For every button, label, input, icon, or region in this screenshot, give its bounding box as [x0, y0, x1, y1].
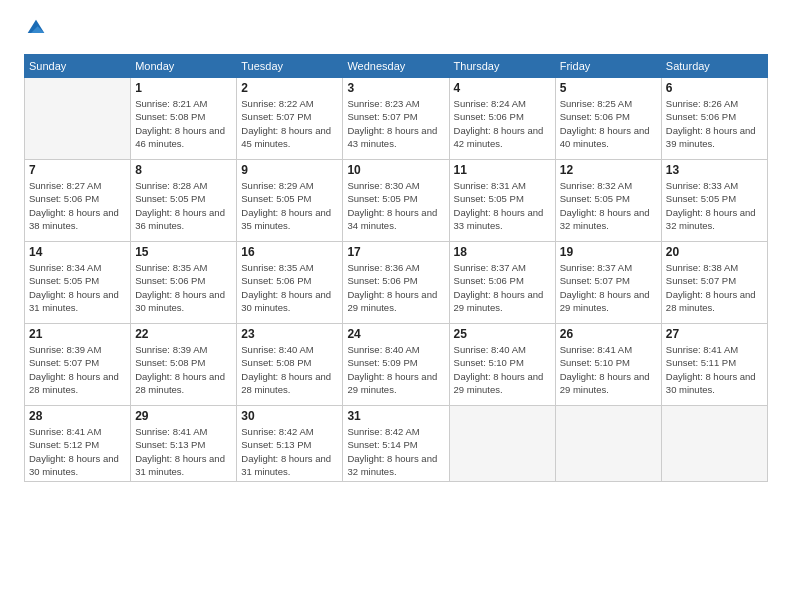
weekday-header-sunday: Sunday: [25, 55, 131, 78]
day-number: 21: [29, 327, 126, 341]
day-number: 22: [135, 327, 232, 341]
day-info: Sunrise: 8:39 AMSunset: 5:08 PMDaylight:…: [135, 343, 232, 396]
calendar-week-row: 28Sunrise: 8:41 AMSunset: 5:12 PMDayligh…: [25, 406, 768, 482]
day-number: 18: [454, 245, 551, 259]
day-info: Sunrise: 8:29 AMSunset: 5:05 PMDaylight:…: [241, 179, 338, 232]
day-number: 31: [347, 409, 444, 423]
day-number: 14: [29, 245, 126, 259]
day-number: 25: [454, 327, 551, 341]
day-number: 3: [347, 81, 444, 95]
day-info: Sunrise: 8:41 AMSunset: 5:11 PMDaylight:…: [666, 343, 763, 396]
day-info: Sunrise: 8:37 AMSunset: 5:06 PMDaylight:…: [454, 261, 551, 314]
day-info: Sunrise: 8:40 AMSunset: 5:09 PMDaylight:…: [347, 343, 444, 396]
day-info: Sunrise: 8:42 AMSunset: 5:14 PMDaylight:…: [347, 425, 444, 478]
day-info: Sunrise: 8:30 AMSunset: 5:05 PMDaylight:…: [347, 179, 444, 232]
day-info: Sunrise: 8:26 AMSunset: 5:06 PMDaylight:…: [666, 97, 763, 150]
calendar-cell: 26Sunrise: 8:41 AMSunset: 5:10 PMDayligh…: [555, 324, 661, 406]
calendar-cell: 6Sunrise: 8:26 AMSunset: 5:06 PMDaylight…: [661, 78, 767, 160]
calendar-week-row: 21Sunrise: 8:39 AMSunset: 5:07 PMDayligh…: [25, 324, 768, 406]
calendar-cell: 8Sunrise: 8:28 AMSunset: 5:05 PMDaylight…: [131, 160, 237, 242]
day-info: Sunrise: 8:27 AMSunset: 5:06 PMDaylight:…: [29, 179, 126, 232]
day-info: Sunrise: 8:28 AMSunset: 5:05 PMDaylight:…: [135, 179, 232, 232]
weekday-header-row: SundayMondayTuesdayWednesdayThursdayFrid…: [25, 55, 768, 78]
calendar-cell: 14Sunrise: 8:34 AMSunset: 5:05 PMDayligh…: [25, 242, 131, 324]
day-number: 24: [347, 327, 444, 341]
day-number: 13: [666, 163, 763, 177]
day-number: 6: [666, 81, 763, 95]
day-info: Sunrise: 8:25 AMSunset: 5:06 PMDaylight:…: [560, 97, 657, 150]
weekday-header-monday: Monday: [131, 55, 237, 78]
day-number: 17: [347, 245, 444, 259]
calendar-cell: 24Sunrise: 8:40 AMSunset: 5:09 PMDayligh…: [343, 324, 449, 406]
day-number: 28: [29, 409, 126, 423]
logo-icon: [26, 18, 46, 38]
calendar-cell: 9Sunrise: 8:29 AMSunset: 5:05 PMDaylight…: [237, 160, 343, 242]
calendar-cell: 15Sunrise: 8:35 AMSunset: 5:06 PMDayligh…: [131, 242, 237, 324]
calendar-cell: [449, 406, 555, 482]
weekday-header-friday: Friday: [555, 55, 661, 78]
calendar-week-row: 7Sunrise: 8:27 AMSunset: 5:06 PMDaylight…: [25, 160, 768, 242]
day-number: 10: [347, 163, 444, 177]
calendar-week-row: 1Sunrise: 8:21 AMSunset: 5:08 PMDaylight…: [25, 78, 768, 160]
calendar-cell: 28Sunrise: 8:41 AMSunset: 5:12 PMDayligh…: [25, 406, 131, 482]
day-info: Sunrise: 8:21 AMSunset: 5:08 PMDaylight:…: [135, 97, 232, 150]
day-number: 12: [560, 163, 657, 177]
day-number: 5: [560, 81, 657, 95]
day-number: 30: [241, 409, 338, 423]
day-number: 19: [560, 245, 657, 259]
calendar-cell: 10Sunrise: 8:30 AMSunset: 5:05 PMDayligh…: [343, 160, 449, 242]
calendar-week-row: 14Sunrise: 8:34 AMSunset: 5:05 PMDayligh…: [25, 242, 768, 324]
calendar-cell: 13Sunrise: 8:33 AMSunset: 5:05 PMDayligh…: [661, 160, 767, 242]
day-info: Sunrise: 8:41 AMSunset: 5:12 PMDaylight:…: [29, 425, 126, 478]
calendar-cell: 19Sunrise: 8:37 AMSunset: 5:07 PMDayligh…: [555, 242, 661, 324]
day-info: Sunrise: 8:40 AMSunset: 5:08 PMDaylight:…: [241, 343, 338, 396]
calendar-cell: 11Sunrise: 8:31 AMSunset: 5:05 PMDayligh…: [449, 160, 555, 242]
day-number: 26: [560, 327, 657, 341]
day-info: Sunrise: 8:31 AMSunset: 5:05 PMDaylight:…: [454, 179, 551, 232]
day-info: Sunrise: 8:38 AMSunset: 5:07 PMDaylight:…: [666, 261, 763, 314]
day-number: 29: [135, 409, 232, 423]
day-info: Sunrise: 8:37 AMSunset: 5:07 PMDaylight:…: [560, 261, 657, 314]
day-info: Sunrise: 8:23 AMSunset: 5:07 PMDaylight:…: [347, 97, 444, 150]
calendar-cell: 1Sunrise: 8:21 AMSunset: 5:08 PMDaylight…: [131, 78, 237, 160]
weekday-header-thursday: Thursday: [449, 55, 555, 78]
calendar-cell: [661, 406, 767, 482]
calendar-cell: 17Sunrise: 8:36 AMSunset: 5:06 PMDayligh…: [343, 242, 449, 324]
day-info: Sunrise: 8:35 AMSunset: 5:06 PMDaylight:…: [241, 261, 338, 314]
calendar-cell: 20Sunrise: 8:38 AMSunset: 5:07 PMDayligh…: [661, 242, 767, 324]
logo: [24, 20, 46, 42]
calendar-cell: 7Sunrise: 8:27 AMSunset: 5:06 PMDaylight…: [25, 160, 131, 242]
calendar-cell: 21Sunrise: 8:39 AMSunset: 5:07 PMDayligh…: [25, 324, 131, 406]
day-info: Sunrise: 8:34 AMSunset: 5:05 PMDaylight:…: [29, 261, 126, 314]
day-number: 20: [666, 245, 763, 259]
day-info: Sunrise: 8:42 AMSunset: 5:13 PMDaylight:…: [241, 425, 338, 478]
calendar-cell: 31Sunrise: 8:42 AMSunset: 5:14 PMDayligh…: [343, 406, 449, 482]
day-info: Sunrise: 8:36 AMSunset: 5:06 PMDaylight:…: [347, 261, 444, 314]
day-number: 8: [135, 163, 232, 177]
day-number: 1: [135, 81, 232, 95]
calendar-cell: [25, 78, 131, 160]
page-header: [24, 20, 768, 42]
weekday-header-wednesday: Wednesday: [343, 55, 449, 78]
day-info: Sunrise: 8:41 AMSunset: 5:10 PMDaylight:…: [560, 343, 657, 396]
weekday-header-tuesday: Tuesday: [237, 55, 343, 78]
calendar-cell: 23Sunrise: 8:40 AMSunset: 5:08 PMDayligh…: [237, 324, 343, 406]
day-number: 7: [29, 163, 126, 177]
calendar-cell: 2Sunrise: 8:22 AMSunset: 5:07 PMDaylight…: [237, 78, 343, 160]
day-number: 11: [454, 163, 551, 177]
calendar-cell: 18Sunrise: 8:37 AMSunset: 5:06 PMDayligh…: [449, 242, 555, 324]
day-info: Sunrise: 8:32 AMSunset: 5:05 PMDaylight:…: [560, 179, 657, 232]
calendar-page: SundayMondayTuesdayWednesdayThursdayFrid…: [0, 0, 792, 612]
calendar-cell: 4Sunrise: 8:24 AMSunset: 5:06 PMDaylight…: [449, 78, 555, 160]
day-number: 2: [241, 81, 338, 95]
day-info: Sunrise: 8:33 AMSunset: 5:05 PMDaylight:…: [666, 179, 763, 232]
day-info: Sunrise: 8:40 AMSunset: 5:10 PMDaylight:…: [454, 343, 551, 396]
calendar-cell: 30Sunrise: 8:42 AMSunset: 5:13 PMDayligh…: [237, 406, 343, 482]
calendar-cell: [555, 406, 661, 482]
day-info: Sunrise: 8:39 AMSunset: 5:07 PMDaylight:…: [29, 343, 126, 396]
calendar-cell: 27Sunrise: 8:41 AMSunset: 5:11 PMDayligh…: [661, 324, 767, 406]
calendar-cell: 25Sunrise: 8:40 AMSunset: 5:10 PMDayligh…: [449, 324, 555, 406]
calendar-cell: 5Sunrise: 8:25 AMSunset: 5:06 PMDaylight…: [555, 78, 661, 160]
calendar-cell: 3Sunrise: 8:23 AMSunset: 5:07 PMDaylight…: [343, 78, 449, 160]
day-number: 4: [454, 81, 551, 95]
